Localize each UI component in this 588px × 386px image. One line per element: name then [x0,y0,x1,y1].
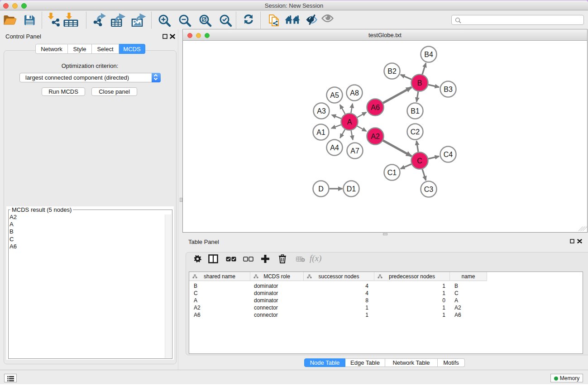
svg-text:B3: B3 [444,86,453,93]
svg-text:A8: A8 [350,89,359,97]
svg-text:B2: B2 [387,67,397,75]
svg-text:C2: C2 [411,128,420,136]
svg-text:A1: A1 [316,129,325,136]
svg-text:B: B [417,79,422,87]
svg-text:A6: A6 [371,104,380,111]
svg-text:C1: C1 [387,169,397,176]
svg-text:B4: B4 [424,51,433,58]
svg-text:D: D [318,185,324,193]
svg-text:A2: A2 [371,133,380,140]
svg-text:C: C [417,157,422,165]
svg-text:A3: A3 [317,107,326,115]
svg-text:A7: A7 [350,147,359,155]
svg-text:B1: B1 [411,107,420,115]
svg-text:A: A [347,118,352,126]
svg-text:C4: C4 [444,151,453,158]
svg-text:C3: C3 [424,186,434,193]
svg-text:A5: A5 [330,91,339,99]
svg-text:D1: D1 [347,185,356,193]
svg-text:A4: A4 [330,144,339,152]
